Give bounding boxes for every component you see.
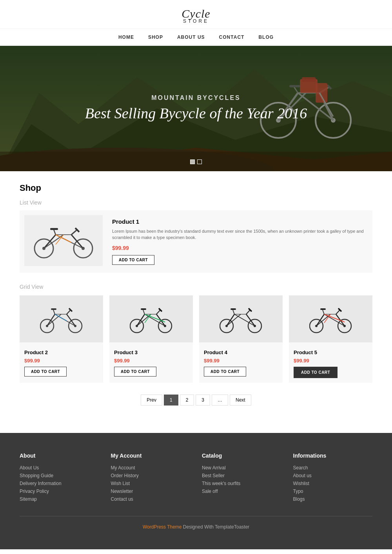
svg-line-73 — [246, 314, 255, 326]
pagination: Prev 1 2 3 … Next — [20, 395, 372, 406]
footer-sitemap-link[interactable]: Sitemap — [20, 496, 99, 502]
list-product-info: Product 1 Lorem Ipsum has been the indus… — [112, 215, 368, 268]
logo-line2: STORE — [0, 19, 392, 24]
footer-order-history-link[interactable]: Order History — [111, 473, 191, 478]
footer-account-title: My Account — [111, 453, 191, 459]
footer-about-title: About — [20, 453, 99, 459]
grid-product-3: Product 3 $99.99 ADD TO CART — [109, 295, 193, 383]
footer-sale-off-link[interactable]: Sale off — [202, 489, 281, 494]
svg-line-76 — [246, 310, 250, 314]
svg-rect-21 — [316, 83, 327, 103]
grid-product-2-name: Product 2 — [24, 349, 98, 355]
svg-line-29 — [71, 235, 83, 248]
footer-my-account-link[interactable]: My Account — [111, 465, 191, 471]
footer-wishlist-link[interactable]: Wishlist — [293, 481, 373, 486]
grid-product-3-image — [109, 295, 193, 342]
nav-about[interactable]: ABOUT US — [177, 34, 205, 40]
grid-product-3-cart-button[interactable]: ADD TO CART — [114, 367, 156, 377]
pagination-prev[interactable]: Prev — [141, 395, 162, 406]
list-product-name: Product 1 — [112, 218, 368, 225]
grid-product-3-name: Product 3 — [114, 349, 188, 355]
svg-line-61 — [156, 310, 160, 314]
svg-rect-50 — [51, 308, 56, 310]
footer-typo-link[interactable]: Typo — [293, 489, 373, 494]
svg-line-49 — [53, 310, 55, 314]
list-product-image — [24, 215, 103, 266]
footer-wp-text: WordPress Theme — [143, 524, 182, 530]
site-logo[interactable]: CycleSTORE — [0, 7, 392, 24]
footer-account-col: My Account My Account Order History Wish… — [111, 453, 191, 504]
grid-product-3-price: $99.99 — [114, 358, 188, 364]
grid-product-4-image — [199, 295, 283, 342]
svg-rect-35 — [50, 228, 58, 230]
grid-product-5: Product 5 $99.99 ADD TO CART — [289, 295, 372, 383]
svg-line-32 — [71, 230, 77, 235]
dot-2[interactable] — [197, 159, 202, 164]
footer-grid: About About Us Shopping Guide Delivery I… — [20, 453, 372, 504]
svg-line-34 — [54, 230, 56, 235]
grid-product-4-price: $99.99 — [204, 358, 278, 364]
footer-wish-list-link[interactable]: Wish List — [111, 481, 191, 486]
main-nav: HOME SHOP ABOUT US CONTACT BLOG — [0, 29, 392, 46]
svg-line-89 — [336, 310, 340, 314]
svg-line-17 — [294, 87, 298, 93]
grid-product-4-name: Product 4 — [204, 349, 278, 355]
svg-line-63 — [143, 310, 145, 314]
grid-product-3-info: Product 3 $99.99 ADD TO CART — [109, 346, 193, 381]
svg-rect-64 — [141, 308, 146, 310]
footer-search-link[interactable]: Search — [293, 465, 373, 471]
footer-bottom-rest: Designed With TemplateToaster — [182, 524, 250, 530]
hero-subtitle: MOUNTAIN BYCYCLES — [85, 94, 307, 101]
list-product: Product 1 Lorem Ipsum has been the indus… — [20, 210, 372, 273]
shop-title: Shop — [20, 183, 372, 193]
list-add-to-cart-button[interactable]: ADD TO CART — [112, 255, 154, 265]
footer-privacy-link[interactable]: Privacy Policy — [20, 489, 99, 494]
footer-best-seller-link[interactable]: Best Seller — [202, 473, 281, 478]
pagination-next[interactable]: Next — [230, 395, 251, 406]
footer-about-col: About About Us Shopping Guide Delivery I… — [20, 453, 99, 504]
svg-rect-79 — [230, 308, 236, 310]
footer-contact-us-link[interactable]: Contact us — [111, 496, 191, 502]
footer-this-week-link[interactable]: This week's ourfits — [202, 481, 281, 486]
grid-product-5-price: $99.99 — [294, 358, 368, 364]
footer-blogs-link[interactable]: Blogs — [293, 496, 373, 502]
footer-shopping-guide-link[interactable]: Shopping Guide — [20, 473, 99, 478]
grid-product-5-cart-button[interactable]: ADD TO CART — [294, 367, 338, 378]
pagination-page-2[interactable]: 2 — [180, 395, 194, 406]
grid-product-2-cart-button[interactable]: ADD TO CART — [24, 367, 67, 377]
hero-content: MOUNTAIN BYCYCLES Best Selling Bycycle o… — [85, 94, 307, 123]
svg-line-78 — [233, 310, 234, 314]
footer-new-arrival-link[interactable]: New Arrival — [202, 465, 281, 471]
grid-product-2-price: $99.99 — [24, 358, 98, 364]
footer-bottom: WordPress Theme Designed With TemplateTo… — [20, 516, 372, 530]
footer-catalog-col: Catalog New Arrival Best Seller This wee… — [202, 453, 281, 504]
svg-rect-20 — [302, 77, 316, 82]
nav-home[interactable]: HOME — [118, 34, 134, 40]
list-product-price: $99.99 — [112, 245, 368, 251]
footer-about-us-info-link[interactable]: About us — [293, 473, 373, 478]
footer-info-title: Informations — [293, 453, 373, 459]
footer-newsletter-link[interactable]: Newsletter — [111, 489, 191, 494]
hero-title: Best Selling Bycycle of the Year 2016 — [85, 105, 307, 123]
grid-product-5-name: Product 5 — [294, 349, 368, 355]
grid-product-5-info: Product 5 $99.99 ADD TO CART — [289, 346, 372, 383]
hero-banner: MOUNTAIN BYCYCLES Best Selling Bycycle o… — [0, 46, 392, 171]
footer-about-us-link[interactable]: About Us — [20, 465, 99, 471]
pagination-page-1[interactable]: 1 — [164, 395, 178, 406]
site-footer: About About Us Shopping Guide Delivery I… — [0, 433, 392, 549]
grid-product-2: Product 2 $99.99 ADD TO CART — [20, 295, 103, 383]
svg-line-44 — [67, 314, 75, 326]
dot-1[interactable] — [190, 159, 195, 164]
nav-blog[interactable]: BLOG — [258, 34, 274, 40]
pagination-ellipsis: … — [212, 395, 228, 406]
list-view-label: List View — [20, 199, 372, 206]
nav-contact[interactable]: CONTACT — [219, 34, 245, 40]
grid-view-label: Grid View — [20, 284, 372, 290]
grid-product-2-image — [20, 295, 103, 342]
grid-product-2-info: Product 2 $99.99 ADD TO CART — [20, 346, 103, 381]
nav-shop[interactable]: SHOP — [148, 34, 163, 40]
footer-info-col: Informations Search About us Wishlist Ty… — [293, 453, 373, 504]
grid-product-4-cart-button[interactable]: ADD TO CART — [204, 367, 246, 377]
footer-delivery-link[interactable]: Delivery Information — [20, 481, 99, 486]
pagination-page-3[interactable]: 3 — [196, 395, 210, 406]
